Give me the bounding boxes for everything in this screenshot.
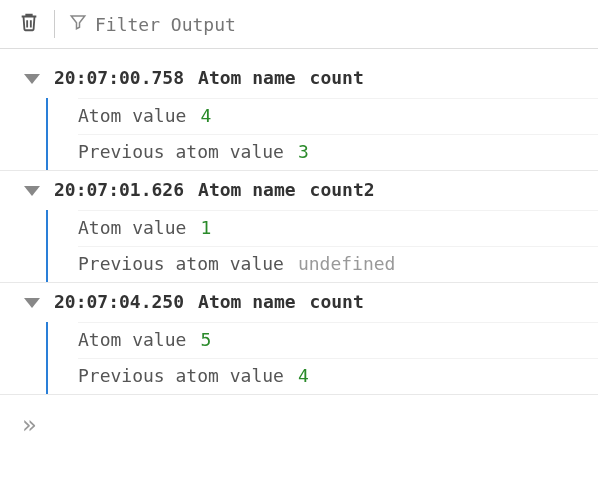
log-group-body: Atom value 1 Previous atom value undefin… bbox=[46, 210, 598, 282]
row-key: Atom value bbox=[78, 329, 186, 350]
log-row: Atom value 1 bbox=[78, 210, 598, 246]
row-key: Previous atom value bbox=[78, 253, 284, 274]
log-group-header[interactable]: 20:07:00.758 Atom name count bbox=[0, 59, 598, 98]
timestamp: 20:07:04.250 bbox=[54, 291, 184, 312]
row-key: Atom value bbox=[78, 217, 186, 238]
log-row: Previous atom value undefined bbox=[78, 246, 598, 282]
log-row: Previous atom value 4 bbox=[78, 358, 598, 394]
log-row: Atom value 5 bbox=[78, 322, 598, 358]
log-list: 20:07:00.758 Atom name count Atom value … bbox=[0, 49, 598, 401]
atom-name: count bbox=[310, 291, 364, 312]
toolbar-divider bbox=[54, 10, 55, 38]
log-group: 20:07:04.250 Atom name count Atom value … bbox=[0, 283, 598, 395]
chevron-down-icon bbox=[24, 186, 40, 196]
timestamp: 20:07:01.626 bbox=[54, 179, 184, 200]
row-key: Atom value bbox=[78, 105, 186, 126]
log-group: 20:07:01.626 Atom name count2 Atom value… bbox=[0, 171, 598, 283]
row-value: 1 bbox=[200, 217, 211, 238]
filter-input[interactable] bbox=[95, 14, 295, 35]
row-value: 3 bbox=[298, 141, 309, 162]
header-label: Atom name bbox=[198, 67, 296, 88]
prompt-chevron: » bbox=[22, 411, 32, 439]
chevron-down-icon bbox=[24, 74, 40, 84]
filter-wrap bbox=[69, 13, 295, 35]
console-prompt[interactable]: » bbox=[0, 401, 598, 453]
row-value: 4 bbox=[298, 365, 309, 386]
log-row: Atom value 4 bbox=[78, 98, 598, 134]
row-value: 5 bbox=[200, 329, 211, 350]
log-group-body: Atom value 5 Previous atom value 4 bbox=[46, 322, 598, 394]
header-label: Atom name bbox=[198, 291, 296, 312]
funnel-icon[interactable] bbox=[69, 13, 87, 35]
log-group-header[interactable]: 20:07:04.250 Atom name count bbox=[0, 283, 598, 322]
toolbar bbox=[0, 0, 598, 49]
log-group: 20:07:00.758 Atom name count Atom value … bbox=[0, 59, 598, 171]
timestamp: 20:07:00.758 bbox=[54, 67, 184, 88]
log-row: Previous atom value 3 bbox=[78, 134, 598, 170]
row-key: Previous atom value bbox=[78, 141, 284, 162]
row-value: undefined bbox=[298, 253, 396, 274]
atom-name: count2 bbox=[310, 179, 375, 200]
trash-icon[interactable] bbox=[18, 10, 40, 38]
chevron-down-icon bbox=[24, 298, 40, 308]
row-key: Previous atom value bbox=[78, 365, 284, 386]
log-group-body: Atom value 4 Previous atom value 3 bbox=[46, 98, 598, 170]
atom-name: count bbox=[310, 67, 364, 88]
row-value: 4 bbox=[200, 105, 211, 126]
log-group-header[interactable]: 20:07:01.626 Atom name count2 bbox=[0, 171, 598, 210]
header-label: Atom name bbox=[198, 179, 296, 200]
